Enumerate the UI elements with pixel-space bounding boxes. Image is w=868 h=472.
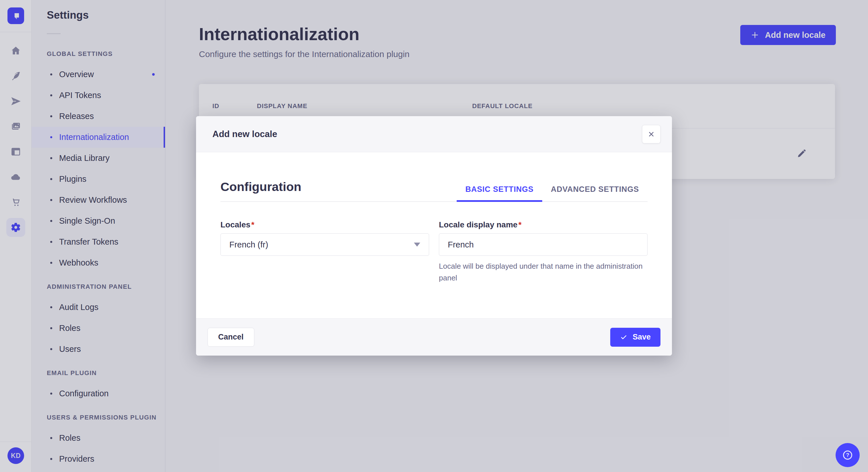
modal-body: Configuration BASIC SETTINGS ADVANCED SE… [196, 152, 672, 318]
required-asterisk: * [518, 220, 522, 229]
display-name-input[interactable] [439, 233, 648, 256]
locales-label-text: Locales [220, 220, 250, 229]
modal-title: Add new locale [212, 129, 277, 139]
required-asterisk: * [251, 220, 254, 229]
display-name-label: Locale display name* [439, 220, 648, 229]
tab-advanced-settings[interactable]: ADVANCED SETTINGS [542, 185, 648, 201]
close-modal-button[interactable] [642, 125, 660, 143]
help-button[interactable]: ? [836, 443, 860, 467]
display-name-label-text: Locale display name [439, 220, 518, 229]
configuration-header-row: Configuration BASIC SETTINGS ADVANCED SE… [220, 180, 648, 202]
cancel-button[interactable]: Cancel [208, 328, 254, 347]
configuration-title: Configuration [220, 180, 301, 201]
form-fields-row: Locales* French (fr) Locale display name… [220, 220, 648, 284]
chevron-down-icon [414, 243, 420, 247]
settings-tabs: BASIC SETTINGS ADVANCED SETTINGS [457, 185, 648, 201]
help-icon: ? [842, 449, 854, 461]
help-glyph: ? [846, 452, 849, 458]
locales-select-value: French (fr) [229, 240, 268, 249]
modal-header: Add new locale [196, 116, 672, 152]
display-name-hint: Locale will be displayed under that name… [439, 260, 648, 284]
save-button-label: Save [632, 333, 651, 341]
display-name-field: Locale display name* Locale will be disp… [439, 220, 648, 284]
save-button[interactable]: Save [610, 328, 660, 347]
locales-select[interactable]: French (fr) [220, 233, 429, 256]
locales-label: Locales* [220, 220, 429, 229]
tab-basic-settings[interactable]: BASIC SETTINGS [457, 185, 542, 201]
locales-field: Locales* French (fr) [220, 220, 429, 284]
modal-backdrop[interactable]: Add new locale Configuration BASIC SETTI… [0, 0, 868, 472]
add-locale-modal: Add new locale Configuration BASIC SETTI… [196, 116, 672, 356]
check-icon [620, 334, 627, 341]
close-icon [648, 131, 655, 138]
modal-footer: Cancel Save [196, 318, 672, 356]
